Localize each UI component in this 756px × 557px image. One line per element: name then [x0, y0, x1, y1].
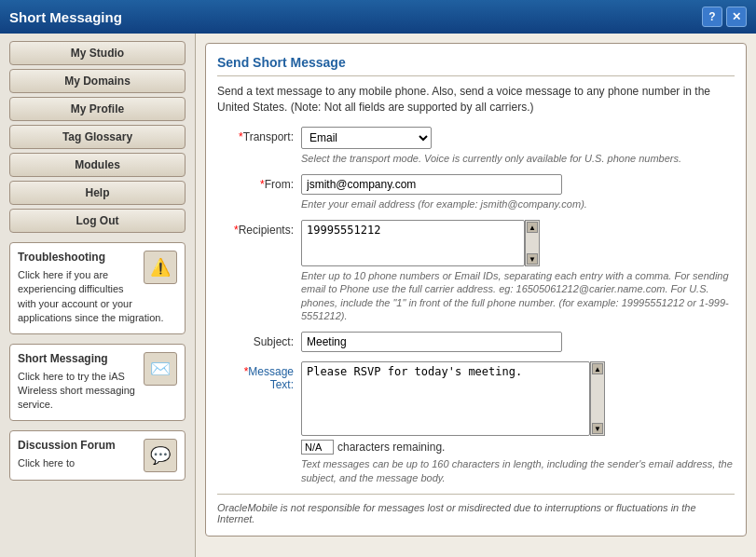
chars-remaining-row: characters remaining. — [301, 440, 735, 455]
transport-select[interactable]: Email SMS Voice — [301, 127, 432, 149]
recipients-input[interactable]: 19995551212 — [301, 220, 525, 266]
recipients-field: 19995551212 ▲ ▼ Enter up to 10 phone num… — [301, 220, 735, 322]
recipients-required-star: * — [234, 224, 239, 237]
transport-row: *Transport: Email SMS Voice Select the t… — [217, 127, 735, 165]
recipients-wrapper: 19995551212 ▲ ▼ — [301, 220, 735, 266]
troubleshooting-section: ⚠️ Troubleshooting Click here if you are… — [9, 242, 186, 334]
titlebar-icons: ? ✕ — [702, 7, 747, 27]
transport-hint: Select the transport mode. Voice is curr… — [301, 152, 735, 165]
chars-hint: Text messages can be up to 160 character… — [301, 457, 735, 484]
recipients-hint: Enter up to 10 phone numbers or Email ID… — [301, 269, 735, 322]
message-row: *MessageText: Please RSVP for today's me… — [217, 361, 735, 484]
titlebar: Short Messaging ? ✕ — [0, 0, 756, 34]
messaging-icon[interactable]: ✉️ — [144, 352, 177, 386]
footer-note: OracleMobile is not responsible for mess… — [217, 494, 735, 524]
nav-my-profile[interactable]: My Profile — [9, 97, 186, 121]
recipients-scrollbar[interactable]: ▲ ▼ — [525, 220, 540, 266]
forum-icon[interactable]: 💬 — [144, 439, 177, 472]
from-input[interactable] — [301, 174, 562, 195]
from-field: Enter your email address (for example: j… — [301, 174, 735, 211]
chars-remaining-input[interactable] — [301, 440, 334, 455]
message-label: *MessageText: — [217, 361, 301, 391]
from-label: *From: — [217, 174, 301, 191]
from-required-star: * — [260, 178, 265, 191]
message-field: Please RSVP for today's meeting. ▲ ▼ cha… — [301, 361, 735, 484]
scroll-up-arrow[interactable]: ▲ — [527, 222, 538, 233]
from-hint: Enter your email address (for example: j… — [301, 197, 735, 211]
content-area: Send Short Message Send a text message t… — [196, 34, 756, 557]
nav-tag-glossary[interactable]: Tag Glossary — [9, 125, 186, 149]
nav-my-domains[interactable]: My Domains — [9, 69, 186, 93]
send-message-panel: Send Short Message Send a text message t… — [205, 43, 747, 537]
panel-title: Send Short Message — [217, 55, 735, 76]
message-input[interactable]: Please RSVP for today's meeting. — [301, 361, 590, 436]
scroll-down-arrow[interactable]: ▼ — [527, 253, 538, 265]
app-title: Short Messaging — [9, 9, 122, 25]
main-layout: My Studio My Domains My Profile Tag Glos… — [0, 34, 756, 557]
help-button[interactable]: ? — [702, 7, 722, 27]
chars-remaining-label: characters remaining. — [337, 441, 445, 454]
close-button[interactable]: ✕ — [726, 7, 747, 27]
subject-label: Subject: — [217, 332, 301, 348]
panel-description: Send a text message to any mobile phone.… — [217, 84, 735, 115]
nav-help[interactable]: Help — [9, 181, 186, 205]
transport-label: *Transport: — [217, 127, 301, 143]
transport-field: Email SMS Voice Select the transport mod… — [301, 127, 735, 165]
msg-scroll-down[interactable]: ▼ — [592, 423, 603, 434]
subject-input[interactable] — [301, 332, 562, 352]
subject-field — [301, 332, 735, 352]
recipients-row: *Recipients: 19995551212 ▲ ▼ Enter up to… — [217, 220, 735, 322]
message-required-star: * — [244, 365, 249, 378]
nav-log-out[interactable]: Log Out — [9, 209, 186, 233]
message-scrollbar[interactable]: ▲ ▼ — [590, 361, 605, 436]
sidebar: My Studio My Domains My Profile Tag Glos… — [0, 34, 196, 557]
transport-required-star: * — [239, 130, 243, 143]
msg-scroll-up[interactable]: ▲ — [592, 363, 603, 374]
nav-modules[interactable]: Modules — [9, 153, 186, 177]
warning-icon[interactable]: ⚠️ — [144, 251, 177, 284]
from-row: *From: Enter your email address (for exa… — [217, 174, 735, 211]
short-messaging-section: ✉️ Short Messaging Click here to try the… — [9, 344, 186, 421]
recipients-label: *Recipients: — [217, 220, 301, 237]
subject-row: Subject: — [217, 332, 735, 352]
message-wrapper: Please RSVP for today's meeting. ▲ ▼ — [301, 361, 735, 436]
nav-my-studio[interactable]: My Studio — [9, 41, 186, 65]
discussion-forum-section: 💬 Discussion Forum Click here to — [9, 430, 186, 481]
